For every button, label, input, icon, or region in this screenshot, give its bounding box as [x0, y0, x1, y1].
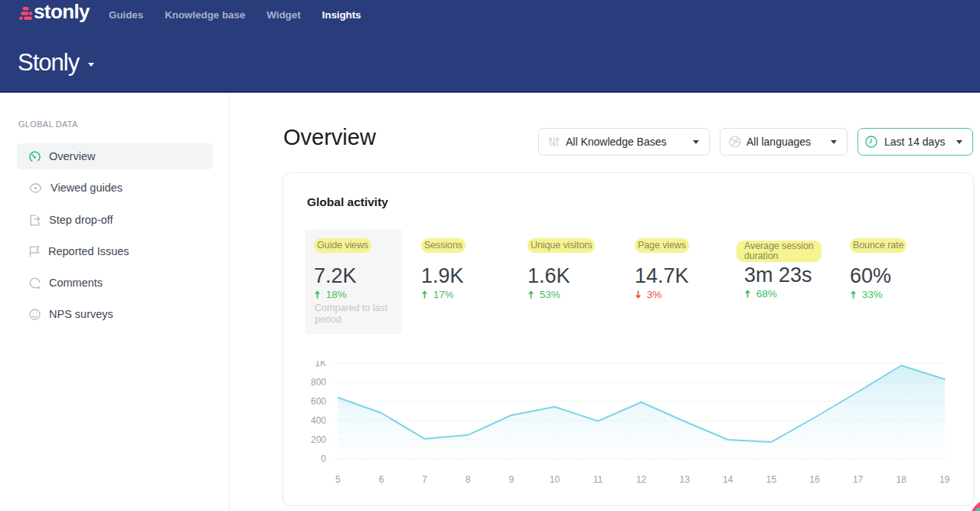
svg-text:11: 11 [593, 474, 603, 485]
svg-text:10: 10 [550, 474, 560, 485]
svg-text:1K: 1K [315, 361, 326, 369]
svg-text:800: 800 [311, 377, 326, 388]
svg-text:19: 19 [939, 474, 950, 485]
svg-text:12: 12 [636, 474, 647, 485]
svg-text:600: 600 [311, 396, 326, 407]
svg-text:7: 7 [422, 474, 427, 485]
svg-text:15: 15 [766, 474, 777, 485]
svg-text:16: 16 [809, 474, 820, 485]
svg-text:18: 18 [897, 474, 907, 485]
svg-text:6: 6 [379, 474, 384, 485]
svg-text:200: 200 [311, 434, 326, 445]
svg-text:8: 8 [466, 474, 471, 485]
svg-text:13: 13 [680, 474, 691, 485]
svg-text:17: 17 [853, 474, 864, 485]
svg-text:400: 400 [311, 415, 326, 426]
svg-text:14: 14 [723, 474, 733, 485]
svg-text:5: 5 [335, 474, 341, 485]
svg-text:0: 0 [321, 454, 326, 464]
svg-text:9: 9 [508, 474, 514, 485]
